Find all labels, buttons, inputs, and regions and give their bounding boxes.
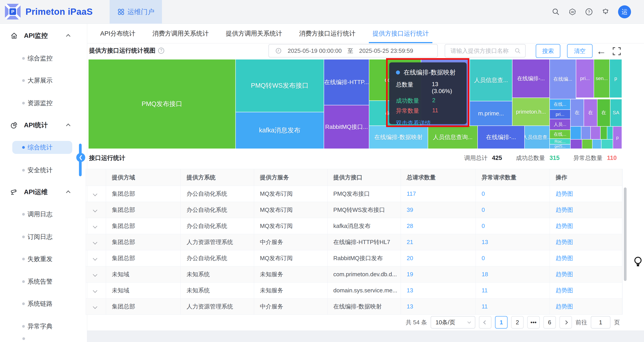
treemap-block[interactable] [607, 126, 613, 139]
sidebar-item-ziyuanjiankong[interactable]: 资源监控 [0, 96, 87, 110]
help-circle-icon[interactable]: ? [158, 48, 164, 54]
treemap-block[interactable]: 人员... [550, 119, 570, 130]
trend-chart-link[interactable]: 趋势图 [550, 250, 622, 266]
sidebar-item-dingyuerizhi[interactable]: 订阅日志 [0, 230, 87, 244]
page-button-2[interactable]: 2 [511, 316, 524, 328]
treemap-block[interactable]: RabbitMQ接口... [324, 105, 369, 149]
trend-chart-link[interactable]: 趋势图 [550, 234, 622, 250]
trend-chart-link[interactable]: 趋势图 [550, 266, 622, 282]
provider-api-search-input[interactable]: 请输入提供方接口名称 [445, 44, 526, 58]
treemap-block[interactable]: 在线编排-HTTP... [324, 59, 369, 105]
treemap-block[interactable]: p [610, 59, 622, 98]
row-expand-toggle[interactable] [86, 202, 106, 218]
portal-tab[interactable]: 运维门户 [110, 0, 162, 24]
page-ellipsis[interactable]: ••• [527, 316, 540, 328]
row-expand-toggle[interactable] [86, 266, 106, 282]
row-expand-toggle[interactable] [86, 186, 106, 202]
trend-chart-link[interactable]: 趋势图 [550, 218, 622, 234]
tab-consumer-call-relation[interactable]: 消费方调用关系统计 [152, 24, 209, 43]
total-requests-link[interactable]: 21 [401, 234, 476, 250]
treemap-block[interactable]: 在 [584, 99, 597, 126]
sidebar-item-anquantongji[interactable]: 安全统计 [0, 164, 87, 177]
prev-page-button[interactable] [479, 316, 492, 328]
treemap-block[interactable]: m.prime... [470, 101, 512, 126]
treemap-block[interactable] [590, 126, 600, 139]
row-expand-toggle[interactable] [86, 218, 106, 234]
treemap-block[interactable]: 在线编... [550, 59, 576, 99]
row-expand-toggle[interactable] [86, 282, 106, 298]
total-requests-link[interactable]: 19 [401, 266, 476, 282]
search-button[interactable]: 搜索 [536, 44, 560, 58]
error-requests-link[interactable]: 18 [476, 266, 550, 282]
page-button-6[interactable]: 6 [543, 316, 556, 328]
treemap-block[interactable]: 人员信息查... [470, 59, 512, 101]
row-expand-toggle[interactable] [86, 250, 106, 266]
treemap-block[interactable] [601, 139, 613, 149]
sidebar-group-api-ops[interactable]: API运维 [0, 186, 87, 199]
treemap-block[interactable]: 在线编排-数据映射 [369, 126, 428, 149]
clear-button[interactable]: 清空 [567, 44, 592, 58]
total-requests-link[interactable]: 13 [401, 298, 476, 315]
trend-chart-link[interactable]: 趋势图 [550, 186, 622, 202]
treemap-block[interactable]: 人员信息查询... [428, 126, 478, 149]
sidebar-item-daping[interactable]: 大屏展示 [0, 74, 87, 87]
tab-api-distribution[interactable]: API分布统计 [100, 24, 135, 43]
date-range-picker[interactable]: 2025-05-19 00:00:00 至 2025-05-25 23:59:5… [268, 44, 438, 58]
next-page-button[interactable] [560, 316, 572, 328]
error-requests-link[interactable]: 11 [476, 282, 550, 298]
sidebar-item-xitonggaojing[interactable]: 系统告警 [0, 275, 87, 288]
search-icon[interactable] [552, 8, 560, 16]
sidebar-item-zonghetongji-active[interactable]: 综合统计 [12, 141, 72, 154]
back-arrow-icon[interactable]: ← [596, 44, 606, 58]
treemap-block[interactable]: 在线编排-... [478, 126, 524, 149]
treemap-block[interactable] [581, 126, 590, 139]
sidebar-item-zonghejiankong[interactable]: 综合监控 [0, 52, 87, 65]
total-requests-link[interactable]: 20 [401, 250, 476, 266]
ai-assistant-icon[interactable]: AI [568, 8, 576, 16]
treemap-block[interactable]: PMQ发布接口 [88, 59, 236, 149]
treemap-block[interactable] [582, 139, 592, 149]
treemap-block[interactable]: Roc... [550, 139, 570, 144]
treemap-block[interactable] [592, 139, 601, 149]
tab-provider-api-run[interactable]: 提供方接口运行统计 [372, 24, 429, 43]
treemap-block[interactable]: sen... [594, 59, 610, 98]
sidebar-group-api-monitor[interactable]: API监控 [0, 29, 87, 42]
error-requests-link[interactable]: 0 [476, 250, 550, 266]
error-requests-link[interactable]: 0 [476, 186, 550, 202]
user-avatar[interactable]: 运 [618, 5, 631, 18]
treemap-block[interactable]: pri... [550, 110, 570, 119]
goto-page-input[interactable]: 1 [591, 316, 610, 328]
row-expand-toggle[interactable] [86, 298, 106, 315]
treemap-block[interactable] [600, 126, 607, 139]
tab-consumer-api-run[interactable]: 消费方接口运行统计 [299, 24, 356, 43]
treemap-block[interactable]: 在线... [550, 130, 570, 139]
sidebar-collapse-handle[interactable]: ❮ [76, 153, 85, 162]
treemap-block[interactable]: pri... [576, 59, 594, 98]
sidebar-item-shibaichongfa[interactable]: 失败重发 [0, 252, 87, 266]
tooltip-detail-hint[interactable]: 双击查看详情 [396, 119, 460, 127]
page-size-select[interactable]: 10条/页 [430, 316, 475, 328]
trend-chart-link[interactable]: 趋势图 [550, 282, 622, 298]
trend-chart-link[interactable]: 趋势图 [550, 298, 622, 315]
treemap-block[interactable]: p [613, 126, 622, 149]
treemap-block[interactable]: getS... [550, 144, 570, 149]
row-expand-toggle[interactable] [86, 234, 106, 250]
error-requests-link[interactable]: 11 [476, 298, 550, 315]
treemap-block[interactable]: 在线编排-... [512, 59, 550, 98]
treemap-block[interactable] [570, 139, 582, 149]
sidebar-item-diaoyongrizhi[interactable]: 调用日志 [0, 208, 87, 221]
treemap-block[interactable]: 人员信息查... [524, 126, 550, 149]
sidebar-item-xitonglianlu[interactable]: 系统链路 [0, 297, 87, 310]
sidebar-item-yichangzidian[interactable]: 异常字典 [0, 320, 87, 333]
total-requests-link[interactable]: 117 [401, 186, 476, 202]
treemap-block[interactable]: kafka消息发布 [236, 112, 324, 149]
error-requests-link[interactable]: 13 [476, 234, 550, 250]
trend-chart-link[interactable]: 趋势图 [550, 202, 622, 218]
bell-icon[interactable] [602, 8, 610, 16]
treemap-block[interactable]: SA [610, 99, 622, 126]
treemap-block[interactable]: PMQ转WS发布接口 [236, 59, 324, 112]
treemap-block[interactable] [570, 126, 581, 139]
treemap-block[interactable]: 在 [570, 99, 584, 126]
fullscreen-icon[interactable] [612, 47, 621, 56]
total-requests-link[interactable]: 28 [401, 218, 476, 234]
